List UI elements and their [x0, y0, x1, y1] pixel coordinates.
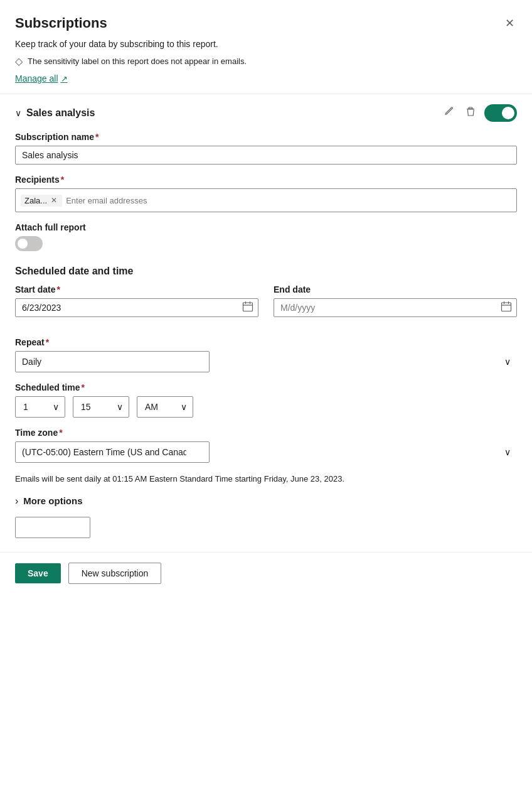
required-star-6: *: [59, 428, 62, 438]
section-actions: [442, 104, 517, 122]
timezone-label: Time zone *: [15, 428, 517, 438]
svg-rect-0: [469, 107, 472, 109]
repeat-select[interactable]: Daily Weekly Monthly Hourly: [15, 351, 210, 372]
remove-recipient-button[interactable]: ✕: [50, 197, 58, 204]
timezone-group: Time zone * (UTC-05:00) Eastern Time (US…: [15, 428, 517, 463]
repeat-select-wrapper: Daily Weekly Monthly Hourly ∨: [15, 351, 517, 372]
subscription-name-label: Subscription name *: [15, 132, 517, 142]
recipient-tag: Zala... ✕: [21, 195, 62, 207]
required-star-4: *: [46, 337, 49, 347]
sensitivity-text: The sensitivity label on this report doe…: [28, 57, 247, 66]
required-star-2: *: [61, 175, 64, 185]
recipients-field[interactable]: Zala... ✕: [15, 188, 517, 212]
hidden-element: [15, 517, 90, 538]
start-date-group: Start date *: [15, 284, 258, 317]
new-subscription-button[interactable]: New subscription: [68, 563, 162, 584]
subscription-section-name: Sales analysis: [26, 107, 95, 119]
required-star-3: *: [57, 284, 60, 294]
svg-rect-1: [467, 109, 474, 110]
minute-select-wrapper: 00 15 30 45 ∨: [73, 396, 129, 418]
section-title-row: ∨ Sales analysis: [15, 107, 95, 119]
divider: [0, 94, 532, 94]
panel-header: Subscriptions ✕: [15, 15, 517, 31]
repeat-select-chevron: ∨: [504, 357, 511, 367]
subscription-toggle[interactable]: [484, 104, 517, 122]
recipient-tag-label: Zala...: [24, 196, 47, 205]
sensitivity-icon: ◇: [15, 55, 23, 67]
bottom-bar: Save New subscription: [0, 552, 532, 594]
external-link-icon: ↗: [61, 74, 68, 84]
subscription-name-input[interactable]: [15, 146, 517, 165]
attach-report-label: Attach full report: [15, 222, 517, 232]
edit-button[interactable]: [442, 104, 457, 122]
scheduled-time-group: Scheduled time * 1 2 3 4 5 6 7 8: [15, 382, 517, 418]
attach-report-section: Attach full report: [15, 222, 517, 253]
end-date-group: End date: [274, 284, 517, 317]
schedule-note: Emails will be sent daily at 01:15 AM Ea…: [15, 473, 517, 485]
timezone-chevron: ∨: [504, 447, 511, 457]
subscriptions-panel: Subscriptions ✕ Keep track of your data …: [0, 0, 532, 805]
recipients-label: Recipients *: [15, 175, 517, 185]
time-row: 1 2 3 4 5 6 7 8 9 10 11 12: [15, 396, 517, 418]
required-star-5: *: [81, 382, 84, 392]
repeat-group: Repeat * Daily Weekly Monthly Hourly ∨: [15, 337, 517, 372]
close-button[interactable]: ✕: [503, 15, 517, 31]
required-star: *: [95, 132, 98, 142]
more-options-chevron: ›: [15, 495, 18, 507]
hour-select[interactable]: 1 2 3 4 5 6 7 8 9 10 11 12: [15, 396, 65, 418]
more-options-row[interactable]: › More options: [15, 495, 517, 507]
save-button[interactable]: Save: [15, 563, 61, 583]
end-date-input[interactable]: [274, 298, 517, 317]
start-date-label: Start date *: [15, 284, 258, 294]
recipients-group: Recipients * Zala... ✕: [15, 175, 517, 212]
schedule-section: Scheduled date and time Start date *: [15, 266, 517, 542]
timezone-select[interactable]: (UTC-05:00) Eastern Time (US and Canada)…: [15, 441, 210, 463]
scheduled-time-label: Scheduled time *: [15, 382, 517, 392]
manage-all-label: Manage all: [15, 73, 58, 84]
panel-title: Subscriptions: [15, 15, 107, 31]
partially-visible-section: [15, 517, 517, 542]
sensitivity-notice: ◇ The sensitivity label on this report d…: [15, 55, 517, 67]
ampm-select[interactable]: AM PM: [137, 396, 193, 418]
start-date-wrapper: [15, 298, 258, 317]
schedule-section-heading: Scheduled date and time: [15, 266, 517, 277]
subscription-section: ∨ Sales analysis: [15, 104, 517, 542]
attach-report-toggle[interactable]: [15, 236, 43, 251]
subscription-name-group: Subscription name *: [15, 132, 517, 165]
manage-all-link[interactable]: Manage all ↗: [15, 73, 68, 84]
section-header: ∨ Sales analysis: [15, 104, 517, 122]
collapse-button[interactable]: ∨: [15, 108, 21, 118]
delete-button[interactable]: [463, 104, 478, 122]
timezone-select-wrapper: (UTC-05:00) Eastern Time (US and Canada)…: [15, 441, 517, 463]
minute-select[interactable]: 00 15 30 45: [73, 396, 129, 418]
recipients-input[interactable]: [66, 195, 511, 207]
end-date-label: End date: [274, 284, 517, 294]
panel-subtitle: Keep track of your data by subscribing t…: [15, 39, 517, 49]
hour-select-wrapper: 1 2 3 4 5 6 7 8 9 10 11 12: [15, 396, 65, 418]
ampm-select-wrapper: AM PM ∨: [137, 396, 193, 418]
start-date-input[interactable]: [15, 298, 258, 317]
repeat-label: Repeat *: [15, 337, 517, 347]
more-options-label: More options: [23, 495, 82, 506]
date-row: Start date *: [15, 284, 517, 327]
end-date-wrapper: [274, 298, 517, 317]
